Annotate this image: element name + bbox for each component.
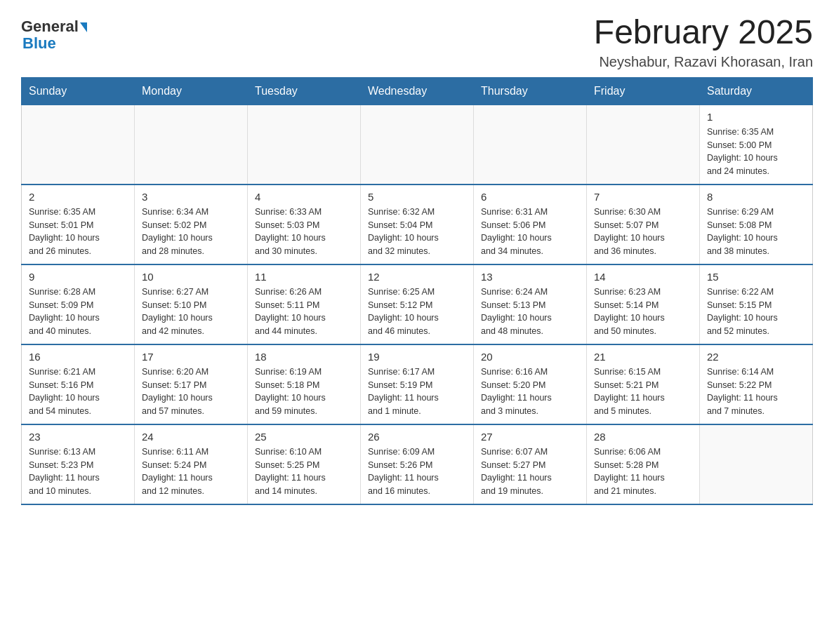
weekday-header-saturday: Saturday xyxy=(700,77,813,105)
day-number: 5 xyxy=(368,191,466,203)
day-info: Sunrise: 6:27 AM Sunset: 5:10 PM Dayligh… xyxy=(142,286,240,338)
weekday-header-friday: Friday xyxy=(587,77,700,105)
day-number: 15 xyxy=(707,271,805,283)
day-info: Sunrise: 6:14 AM Sunset: 5:22 PM Dayligh… xyxy=(707,365,805,418)
day-number: 19 xyxy=(368,351,466,363)
day-info: Sunrise: 6:13 AM Sunset: 5:23 PM Dayligh… xyxy=(29,445,127,498)
day-number: 21 xyxy=(594,351,692,363)
calendar-week-row: 1Sunrise: 6:35 AM Sunset: 5:00 PM Daylig… xyxy=(22,105,813,185)
day-info: Sunrise: 6:26 AM Sunset: 5:11 PM Dayligh… xyxy=(255,286,353,338)
day-info: Sunrise: 6:11 AM Sunset: 5:24 PM Dayligh… xyxy=(142,445,240,498)
calendar-body: 1Sunrise: 6:35 AM Sunset: 5:00 PM Daylig… xyxy=(22,105,813,504)
weekday-header-tuesday: Tuesday xyxy=(248,77,361,105)
calendar-cell xyxy=(361,105,474,185)
day-info: Sunrise: 6:31 AM Sunset: 5:06 PM Dayligh… xyxy=(481,206,579,258)
weekday-header-monday: Monday xyxy=(135,77,248,105)
calendar-cell: 3Sunrise: 6:34 AM Sunset: 5:02 PM Daylig… xyxy=(135,185,248,264)
page-header: General Blue February 2025 Neyshabur, Ra… xyxy=(21,14,813,70)
logo: General Blue xyxy=(21,14,87,53)
day-number: 10 xyxy=(142,271,240,283)
day-info: Sunrise: 6:25 AM Sunset: 5:12 PM Dayligh… xyxy=(368,286,466,338)
calendar-cell: 14Sunrise: 6:23 AM Sunset: 5:14 PM Dayli… xyxy=(587,264,700,344)
day-info: Sunrise: 6:32 AM Sunset: 5:04 PM Dayligh… xyxy=(368,206,466,258)
day-number: 8 xyxy=(707,191,805,203)
calendar-cell: 28Sunrise: 6:06 AM Sunset: 5:28 PM Dayli… xyxy=(587,424,700,504)
calendar-cell: 27Sunrise: 6:07 AM Sunset: 5:27 PM Dayli… xyxy=(474,424,587,504)
day-number: 4 xyxy=(255,191,353,203)
calendar-table: SundayMondayTuesdayWednesdayThursdayFrid… xyxy=(21,77,813,505)
day-number: 24 xyxy=(142,431,240,443)
day-number: 16 xyxy=(29,351,127,363)
day-info: Sunrise: 6:21 AM Sunset: 5:16 PM Dayligh… xyxy=(29,365,127,418)
calendar-cell xyxy=(248,105,361,185)
month-title: February 2025 xyxy=(594,14,813,51)
day-info: Sunrise: 6:28 AM Sunset: 5:09 PM Dayligh… xyxy=(29,286,127,338)
calendar-cell: 7Sunrise: 6:30 AM Sunset: 5:07 PM Daylig… xyxy=(587,185,700,264)
day-info: Sunrise: 6:23 AM Sunset: 5:14 PM Dayligh… xyxy=(594,286,692,338)
day-number: 9 xyxy=(29,271,127,283)
day-number: 27 xyxy=(481,431,579,443)
calendar-cell: 10Sunrise: 6:27 AM Sunset: 5:10 PM Dayli… xyxy=(135,264,248,344)
day-number: 14 xyxy=(594,271,692,283)
calendar-cell: 26Sunrise: 6:09 AM Sunset: 5:26 PM Dayli… xyxy=(361,424,474,504)
day-info: Sunrise: 6:15 AM Sunset: 5:21 PM Dayligh… xyxy=(594,365,692,418)
calendar-cell: 15Sunrise: 6:22 AM Sunset: 5:15 PM Dayli… xyxy=(700,264,813,344)
calendar-cell: 9Sunrise: 6:28 AM Sunset: 5:09 PM Daylig… xyxy=(22,264,135,344)
calendar-cell: 18Sunrise: 6:19 AM Sunset: 5:18 PM Dayli… xyxy=(248,344,361,424)
logo-blue-text: Blue xyxy=(22,34,56,53)
calendar-cell xyxy=(22,105,135,185)
location-subtitle: Neyshabur, Razavi Khorasan, Iran xyxy=(594,54,813,70)
day-number: 6 xyxy=(481,191,579,203)
day-number: 26 xyxy=(368,431,466,443)
day-info: Sunrise: 6:35 AM Sunset: 5:01 PM Dayligh… xyxy=(29,206,127,258)
calendar-cell: 5Sunrise: 6:32 AM Sunset: 5:04 PM Daylig… xyxy=(361,185,474,264)
calendar-cell: 4Sunrise: 6:33 AM Sunset: 5:03 PM Daylig… xyxy=(248,185,361,264)
calendar-week-row: 23Sunrise: 6:13 AM Sunset: 5:23 PM Dayli… xyxy=(22,424,813,504)
day-info: Sunrise: 6:19 AM Sunset: 5:18 PM Dayligh… xyxy=(255,365,353,418)
day-info: Sunrise: 6:07 AM Sunset: 5:27 PM Dayligh… xyxy=(481,445,579,498)
day-info: Sunrise: 6:16 AM Sunset: 5:20 PM Dayligh… xyxy=(481,365,579,418)
day-info: Sunrise: 6:34 AM Sunset: 5:02 PM Dayligh… xyxy=(142,206,240,258)
day-number: 18 xyxy=(255,351,353,363)
calendar-cell xyxy=(474,105,587,185)
day-info: Sunrise: 6:30 AM Sunset: 5:07 PM Dayligh… xyxy=(594,206,692,258)
day-number: 25 xyxy=(255,431,353,443)
day-number: 2 xyxy=(29,191,127,203)
logo-arrow-icon xyxy=(80,22,87,32)
day-info: Sunrise: 6:33 AM Sunset: 5:03 PM Dayligh… xyxy=(255,206,353,258)
day-info: Sunrise: 6:24 AM Sunset: 5:13 PM Dayligh… xyxy=(481,286,579,338)
day-number: 3 xyxy=(142,191,240,203)
logo-general-text: General xyxy=(21,18,79,36)
calendar-week-row: 16Sunrise: 6:21 AM Sunset: 5:16 PM Dayli… xyxy=(22,344,813,424)
day-info: Sunrise: 6:35 AM Sunset: 5:00 PM Dayligh… xyxy=(707,126,805,178)
weekday-header-thursday: Thursday xyxy=(474,77,587,105)
calendar-cell: 22Sunrise: 6:14 AM Sunset: 5:22 PM Dayli… xyxy=(700,344,813,424)
day-number: 17 xyxy=(142,351,240,363)
day-info: Sunrise: 6:10 AM Sunset: 5:25 PM Dayligh… xyxy=(255,445,353,498)
day-number: 12 xyxy=(368,271,466,283)
calendar-cell xyxy=(135,105,248,185)
day-number: 22 xyxy=(707,351,805,363)
calendar-cell: 25Sunrise: 6:10 AM Sunset: 5:25 PM Dayli… xyxy=(248,424,361,504)
day-number: 13 xyxy=(481,271,579,283)
title-section: February 2025 Neyshabur, Razavi Khorasan… xyxy=(594,14,813,70)
day-info: Sunrise: 6:09 AM Sunset: 5:26 PM Dayligh… xyxy=(368,445,466,498)
calendar-cell: 23Sunrise: 6:13 AM Sunset: 5:23 PM Dayli… xyxy=(22,424,135,504)
day-number: 1 xyxy=(707,111,805,123)
weekday-header-wednesday: Wednesday xyxy=(361,77,474,105)
weekday-header-row: SundayMondayTuesdayWednesdayThursdayFrid… xyxy=(22,77,813,105)
day-info: Sunrise: 6:29 AM Sunset: 5:08 PM Dayligh… xyxy=(707,206,805,258)
calendar-cell xyxy=(587,105,700,185)
day-number: 20 xyxy=(481,351,579,363)
calendar-cell: 17Sunrise: 6:20 AM Sunset: 5:17 PM Dayli… xyxy=(135,344,248,424)
calendar-cell: 13Sunrise: 6:24 AM Sunset: 5:13 PM Dayli… xyxy=(474,264,587,344)
calendar-week-row: 2Sunrise: 6:35 AM Sunset: 5:01 PM Daylig… xyxy=(22,185,813,264)
day-info: Sunrise: 6:17 AM Sunset: 5:19 PM Dayligh… xyxy=(368,365,466,418)
calendar-cell: 2Sunrise: 6:35 AM Sunset: 5:01 PM Daylig… xyxy=(22,185,135,264)
day-number: 11 xyxy=(255,271,353,283)
calendar-cell: 24Sunrise: 6:11 AM Sunset: 5:24 PM Dayli… xyxy=(135,424,248,504)
calendar-cell: 6Sunrise: 6:31 AM Sunset: 5:06 PM Daylig… xyxy=(474,185,587,264)
day-info: Sunrise: 6:20 AM Sunset: 5:17 PM Dayligh… xyxy=(142,365,240,418)
day-number: 23 xyxy=(29,431,127,443)
calendar-cell: 20Sunrise: 6:16 AM Sunset: 5:20 PM Dayli… xyxy=(474,344,587,424)
